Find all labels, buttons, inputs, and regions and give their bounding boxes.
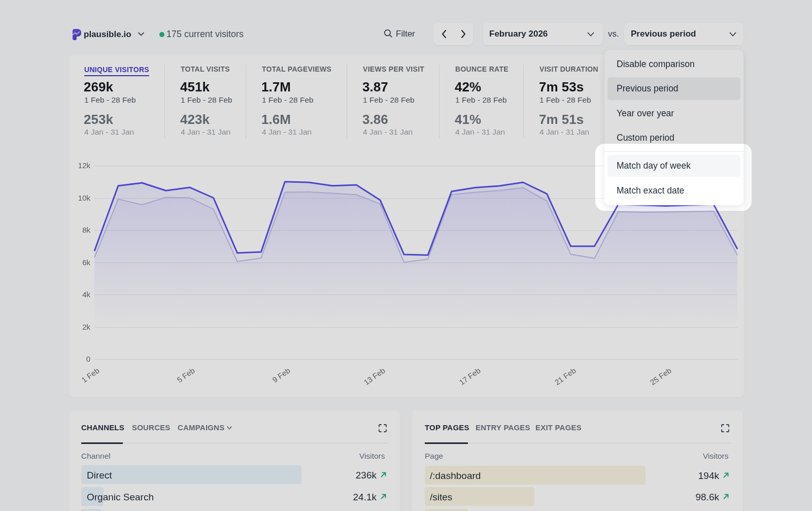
svg-text:17 Feb: 17 Feb bbox=[458, 366, 482, 387]
svg-text:13 Feb: 13 Feb bbox=[362, 366, 387, 387]
svg-text:21 Feb: 21 Feb bbox=[553, 366, 578, 387]
svg-text:25 Feb: 25 Feb bbox=[649, 366, 673, 387]
svg-text:4k: 4k bbox=[82, 290, 90, 299]
svg-text:6k: 6k bbox=[82, 258, 90, 267]
svg-text:10k: 10k bbox=[78, 194, 91, 202]
svg-text:12k: 12k bbox=[78, 161, 91, 170]
svg-text:0: 0 bbox=[86, 355, 90, 363]
svg-text:9 Feb: 9 Feb bbox=[271, 366, 292, 385]
svg-text:5 Feb: 5 Feb bbox=[176, 366, 196, 385]
svg-text:2k: 2k bbox=[82, 323, 90, 331]
svg-text:8k: 8k bbox=[82, 226, 90, 234]
svg-text:1 Feb: 1 Feb bbox=[80, 366, 101, 385]
